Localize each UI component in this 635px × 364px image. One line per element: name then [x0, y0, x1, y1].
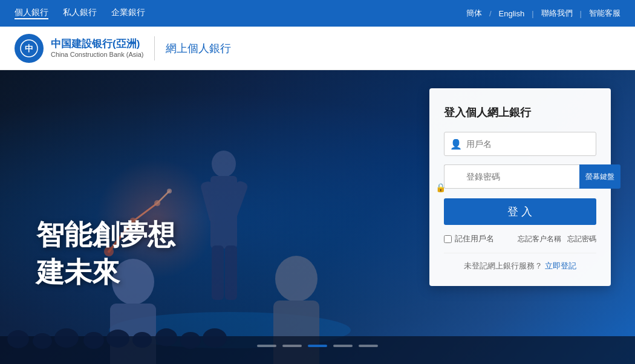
carousel-dot-2[interactable] [282, 345, 302, 347]
separator-3: | [580, 9, 582, 18]
contact-us[interactable]: 聯絡我們 [541, 8, 573, 19]
carousel-dot-1[interactable] [257, 345, 276, 347]
lang-english[interactable]: English [499, 9, 525, 18]
username-input[interactable] [444, 132, 596, 156]
username-group: 👤 [444, 132, 596, 156]
carousel-dot-3[interactable] [308, 345, 327, 347]
smart-service[interactable]: 智能客服 [589, 8, 620, 19]
lock-icon: 🔒 [435, 183, 446, 192]
register-row: 未登記網上銀行服務？ 立即登記 [444, 253, 596, 271]
nav-private-banking[interactable]: 私人銀行 [63, 7, 97, 19]
carousel-dot-5[interactable] [359, 345, 378, 347]
top-nav-right: 簡体 / English | 聯絡我們 | 智能客服 [466, 8, 620, 19]
logo-en: China Construction Bank (Asia) [51, 51, 143, 58]
password-group: 🔒 螢幕鍵盤 [444, 164, 596, 189]
register-text: 未登記網上銀行服務？ [464, 261, 542, 270]
forgot-username-link[interactable]: 忘記客户名稱 [518, 234, 561, 244]
hero-text: 智能創夢想 建未來 [36, 216, 175, 291]
top-navigation: 個人銀行 私人銀行 企業銀行 簡体 / English | 聯絡我們 | 智能客… [0, 0, 635, 27]
login-panel-title: 登入個人網上銀行 [444, 105, 596, 120]
logo-text: 中国建設银行(亞洲) China Construction Bank (Asia… [51, 38, 143, 57]
logo-icon: 中 [15, 34, 44, 63]
hero-line-2: 建未來 [36, 254, 175, 291]
header-tagline: 網上個人銀行 [166, 41, 231, 56]
login-links: 忘記客户名稱 忘記密碼 [518, 234, 596, 244]
remember-username-checkbox[interactable] [444, 235, 452, 243]
register-link[interactable]: 立即登記 [545, 261, 576, 270]
remember-username-row: 記住用戶名 [444, 233, 494, 244]
login-button[interactable]: 登 入 [444, 198, 596, 225]
nav-personal-banking[interactable]: 個人銀行 [15, 7, 48, 19]
remember-username-label: 記住用戶名 [455, 233, 494, 244]
screen-keyboard-button[interactable]: 螢幕鍵盤 [579, 164, 620, 189]
carousel-dot-4[interactable] [333, 345, 353, 347]
login-options: 記住用戶名 忘記客户名稱 忘記密碼 [444, 233, 596, 244]
password-input[interactable] [444, 164, 579, 189]
nav-corporate-banking[interactable]: 企業銀行 [111, 7, 145, 19]
user-icon: 👤 [450, 138, 462, 150]
lang-simplified[interactable]: 簡体 [466, 8, 482, 19]
lang-separator-1: / [489, 9, 492, 18]
logo-area: 中 中国建設银行(亞洲) China Construction Bank (As… [15, 34, 143, 63]
hero-section: 智能創夢想 建未來 登入個人網上銀行 👤 🔒 螢幕鍵盤 登 入 記住用戶 [0, 70, 635, 364]
hero-line-1: 智能創夢想 [36, 216, 175, 254]
carousel-dots [257, 345, 378, 347]
separator-2: | [532, 9, 533, 18]
logo-cn: 中国建設银行(亞洲) [51, 38, 143, 50]
login-panel: 登入個人網上銀行 👤 🔒 螢幕鍵盤 登 入 記住用戶名 忘記客户名稱 忘記密碼 [429, 88, 611, 286]
site-header: 中 中国建設银行(亞洲) China Construction Bank (As… [0, 27, 635, 70]
header-divider [154, 36, 155, 60]
forgot-password-link[interactable]: 忘記密碼 [567, 234, 596, 244]
svg-text:中: 中 [25, 44, 33, 53]
top-nav-left: 個人銀行 私人銀行 企業銀行 [15, 7, 145, 19]
